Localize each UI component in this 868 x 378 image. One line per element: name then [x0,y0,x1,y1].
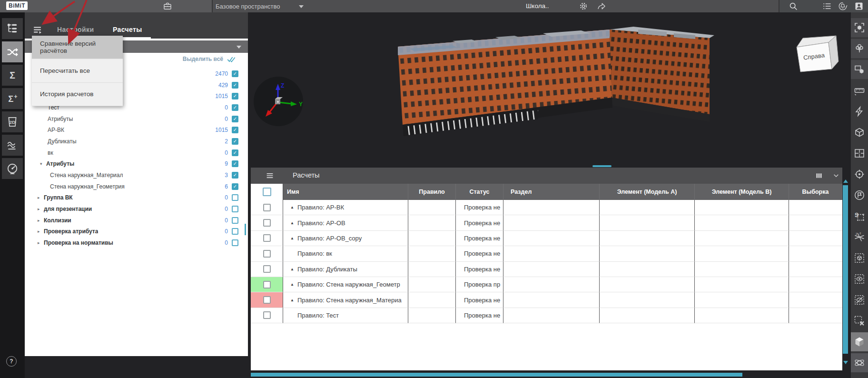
calc-table-row[interactable]: Правило: Стена наружная_Геометр Проверка… [251,277,842,292]
calc-table-row[interactable]: Правило: вк Проверка не [251,246,842,261]
collapse-arrow-icon[interactable] [290,267,297,271]
tree-row[interactable]: Стена наружная_Геометрия 6 [25,181,248,192]
right-rail-tool-button[interactable] [851,186,868,205]
right-rail-tool-button[interactable] [851,102,868,121]
right-rail-tool-button[interactable] [851,123,868,142]
left-rail-tool-button[interactable] [2,111,23,132]
row-checkbox-cell[interactable] [251,308,283,323]
tree-item-checkbox[interactable] [232,172,238,179]
tree-item-checkbox[interactable] [232,149,238,156]
tree-row[interactable]: Группа ВК 0 [25,192,248,204]
tree-item-checkbox[interactable] [232,138,238,145]
tree-item-checkbox[interactable] [232,104,238,111]
row-checkbox-cell[interactable] [251,292,283,308]
horizontal-scrollbar[interactable] [251,373,742,377]
expand-arrow-icon[interactable] [38,218,44,223]
calc-table-row[interactable]: Правило: Стена наружная_Материа Проверка… [251,292,842,308]
building-model[interactable] [381,24,714,148]
tree-row[interactable]: Коллизии 0 [25,215,248,226]
avatar[interactable] [854,1,864,11]
right-rail-tool-button[interactable] [851,165,868,184]
help-button[interactable]: ? [6,356,17,367]
left-rail-tool-button[interactable] [2,88,23,109]
tab-settings[interactable]: Настройки [57,26,94,33]
tree-item-checkbox[interactable] [232,183,238,190]
calc-table-row[interactable]: Правило: Дубликаты Проверка не [251,262,842,277]
collapse-arrow-icon[interactable] [290,236,297,240]
collapse-arrow-icon[interactable] [290,298,297,302]
row-checkbox[interactable] [263,265,271,273]
column-header[interactable]: Элемент (Модель A) [600,184,695,200]
right-rail-tool-button[interactable] [851,207,868,226]
menu-item[interactable]: Пересчитать все [32,59,123,82]
list-icon[interactable] [822,1,832,11]
column-header[interactable]: Элемент (Модель B) [695,184,789,200]
collapse-arrow-icon[interactable] [290,205,297,209]
tree-row[interactable]: Атрибуты 0 [25,113,248,125]
search-icon[interactable] [789,1,798,11]
axis-gizmo[interactable]: Z Y [252,75,305,128]
expand-arrow-icon[interactable] [38,207,44,211]
row-checkbox[interactable] [263,311,271,319]
tree-row[interactable]: вк 0 [25,147,248,159]
column-header[interactable]: Правило [408,184,456,200]
gear-icon[interactable] [579,1,588,11]
panel-menu-button[interactable] [32,25,43,35]
row-checkbox-cell[interactable] [251,246,283,261]
expand-arrow-icon[interactable] [38,229,44,234]
expand-arrow-icon[interactable] [40,161,46,166]
collapse-arrow-icon[interactable] [290,282,297,287]
panel-resize-handle[interactable] [592,165,612,167]
column-header[interactable]: Выборка [789,184,842,200]
row-checkbox[interactable] [263,204,271,211]
vertical-scrollbar[interactable] [843,185,848,354]
header-checkbox[interactable] [263,188,271,196]
right-rail-tool-button[interactable] [851,269,868,288]
tab-calculations[interactable]: Расчеты [113,26,142,33]
right-rail-tool-button[interactable] [851,332,868,351]
notifications-bell-icon[interactable] [838,1,848,11]
left-rail-tool-button[interactable] [2,41,23,62]
expand-arrow-icon[interactable] [38,195,44,200]
dropdown-caret-icon[interactable] [237,46,241,49]
tree-item-checkbox[interactable] [232,239,238,246]
tree-row[interactable]: для презентации 0 [25,203,248,215]
row-checkbox[interactable] [263,296,271,304]
scroll-down-arrow[interactable] [843,361,848,364]
column-header[interactable]: Статус [456,184,503,200]
tree-row[interactable]: Атрибуты 9 [25,159,248,170]
collapse-arrow-icon[interactable] [290,221,297,225]
row-checkbox[interactable] [263,234,271,242]
scroll-up-arrow[interactable] [843,179,848,183]
calc-menu-icon[interactable] [266,171,274,180]
tree-row[interactable]: Проверка на нормативы 0 [25,237,248,249]
tree-row[interactable]: Дубликаты 2 [25,136,248,147]
right-rail-tool-button[interactable] [851,228,868,247]
right-rail-tool-button[interactable] [851,311,868,330]
right-rail-tool-button[interactable] [851,353,868,372]
menu-item[interactable]: Сравнение версий расчётов [32,36,123,59]
tree-item-checkbox[interactable] [232,127,238,133]
tree-item-checkbox[interactable] [232,206,238,212]
select-all-checkbox-cell[interactable] [251,184,283,200]
tree-item-checkbox[interactable] [232,116,238,122]
calc-table-row[interactable]: Правило: АР-ОВ Проверка не [251,215,842,230]
columns-icon[interactable] [815,172,823,179]
workspace-selector[interactable]: Базовое пространство [216,0,280,12]
tree-item-checkbox[interactable] [232,160,238,167]
right-rail-tool-button[interactable] [851,290,868,309]
right-rail-tool-button[interactable] [851,81,868,100]
left-rail-tool-button[interactable] [2,18,23,39]
tree-item-checkbox[interactable] [232,217,238,224]
row-checkbox[interactable] [263,281,271,288]
calc-table-row[interactable]: Правило: АР-ОВ_copy Проверка не [251,231,842,246]
right-rail-tool-button[interactable] [851,60,868,79]
tree-item-checkbox[interactable] [232,228,238,235]
tree-item-checkbox[interactable] [232,93,238,99]
calc-table-row[interactable]: Правило: АР-ВК Проверка не [251,200,842,215]
row-checkbox-cell[interactable] [251,231,283,246]
panel-scrollbar[interactable] [245,224,246,235]
tree-item-checkbox[interactable] [232,194,238,201]
tree-row[interactable]: Проверка атрибута 0 [25,226,248,238]
column-header[interactable]: Имя [283,184,408,200]
